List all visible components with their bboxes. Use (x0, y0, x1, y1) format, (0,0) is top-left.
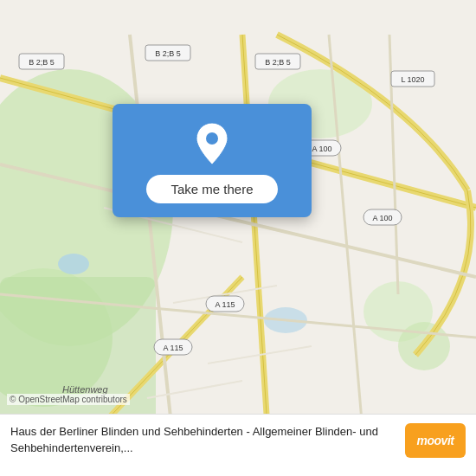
svg-text:A 115: A 115 (215, 300, 235, 309)
svg-text:A 100: A 100 (312, 145, 331, 153)
svg-text:B 2;B 5: B 2;B 5 (155, 49, 181, 58)
svg-text:L 1020: L 1020 (401, 75, 424, 84)
location-pin-icon (193, 121, 231, 166)
place-info: Haus der Berliner Blinden und Sehbehinde… (10, 423, 405, 456)
moovit-logo: moovit (405, 423, 466, 458)
moovit-logo-text: moovit (417, 434, 454, 447)
svg-text:B 2;B 5: B 2;B 5 (265, 58, 291, 67)
map-container: B 2;B 5 B 2;B 5 B 2;B 5 A 100 A 100 A 11… (0, 0, 476, 476)
svg-point-7 (58, 254, 89, 274)
map-attribution: © OpenStreetMap contributors (7, 394, 130, 405)
bottom-info-bar: Haus der Berliner Blinden und Sehbehinde… (0, 414, 476, 476)
svg-point-40 (206, 132, 218, 145)
svg-text:A 115: A 115 (163, 344, 183, 352)
place-name: Haus der Berliner Blinden und Sehbehinde… (10, 425, 378, 454)
svg-text:B 2;B 5: B 2;B 5 (29, 58, 55, 67)
svg-text:A 100: A 100 (372, 214, 392, 222)
location-card: Take me there (113, 104, 312, 217)
take-me-there-button[interactable]: Take me there (146, 175, 277, 203)
